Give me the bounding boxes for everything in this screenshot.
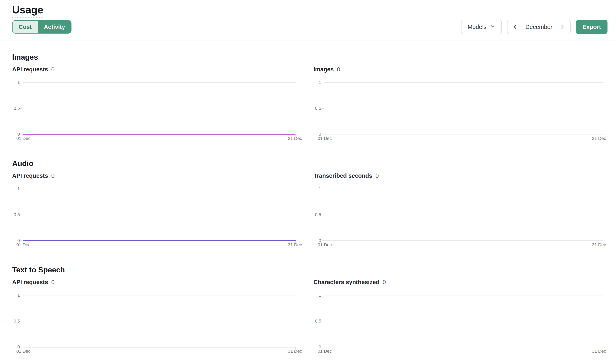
month-label: December <box>524 24 554 30</box>
header-controls: Models December Export <box>461 20 607 34</box>
y-tick <box>20 134 22 134</box>
chart-plot: 1 0.5 0 01 Dec 31 Dec <box>23 189 296 241</box>
export-button[interactable]: Export <box>576 20 607 34</box>
usage-section: Images API requests 0 1 0.5 0 01 Dec 31 … <box>12 53 616 134</box>
chart-metric-value: 0 <box>51 279 55 286</box>
gridline <box>23 189 296 189</box>
chart: Transcribed seconds 0 1 0.5 0 01 Dec 31 … <box>313 172 603 241</box>
chart-metric-label: Images <box>313 66 334 73</box>
chart-metric-value: 0 <box>383 279 386 286</box>
x-axis-label-start: 01 Dec <box>318 242 332 247</box>
y-tick <box>322 215 323 215</box>
chart: Images 0 1 0.5 0 01 Dec 31 Dec <box>313 66 603 134</box>
chart-metric-label: Characters synthesized <box>313 279 379 286</box>
chart: API requests 0 1 0.5 0 01 Dec 31 Dec <box>12 172 296 241</box>
x-axis-label-end: 31 Dec <box>288 242 302 247</box>
data-line <box>23 134 296 135</box>
month-navigator: December <box>507 20 571 34</box>
gridline <box>23 82 296 83</box>
chart: Characters synthesized 0 1 0.5 0 01 Dec … <box>313 279 603 347</box>
x-axis-label-end: 31 Dec <box>288 136 302 141</box>
chart-title: Transcribed seconds 0 <box>313 172 603 179</box>
chevron-left-icon[interactable] <box>512 24 518 30</box>
y-tick <box>322 134 323 134</box>
y-axis-label: 0.5 <box>12 318 20 324</box>
chart-metric-value: 0 <box>376 172 379 179</box>
chart-metric-label: API requests <box>12 279 48 286</box>
y-axis-label: 1 <box>313 293 321 298</box>
y-tick <box>20 215 22 215</box>
y-tick <box>322 240 323 241</box>
chart-title: API requests 0 <box>12 172 296 179</box>
y-axis-label: 1 <box>12 293 20 298</box>
models-dropdown-label: Models <box>468 24 487 30</box>
chart-plot: 1 0.5 0 01 Dec 31 Dec <box>324 295 603 347</box>
tab-activity[interactable]: Activity <box>38 21 71 33</box>
y-tick <box>20 108 22 109</box>
usage-section: Audio API requests 0 1 0.5 0 01 Dec 31 D… <box>12 159 616 241</box>
data-line <box>23 347 296 347</box>
y-axis-label: 1 <box>12 80 20 85</box>
chart-plot: 1 0.5 0 01 Dec 31 Dec <box>23 295 296 347</box>
x-axis-label-start: 01 Dec <box>318 136 332 141</box>
chart-metric-label: API requests <box>12 66 48 73</box>
usage-header: Usage Cost Activity Models December <box>0 0 616 40</box>
y-axis-label: 0.5 <box>12 212 20 217</box>
cost-activity-toggle: Cost Activity <box>12 20 71 34</box>
x-axis-label-start: 01 Dec <box>16 349 30 354</box>
charts-row: API requests 0 1 0.5 0 01 Dec 31 Dec Cha… <box>12 279 616 347</box>
chart: API requests 0 1 0.5 0 01 Dec 31 Dec <box>12 279 296 347</box>
gridline <box>23 295 296 296</box>
x-axis-label-end: 31 Dec <box>592 242 606 247</box>
chart-metric-value: 0 <box>51 66 55 73</box>
y-axis-label: 0.5 <box>313 212 321 217</box>
y-tick <box>20 240 22 241</box>
y-tick <box>322 347 323 347</box>
charts-row: API requests 0 1 0.5 0 01 Dec 31 Dec Tra… <box>12 172 616 241</box>
y-axis-label: 1 <box>313 186 321 192</box>
axis-baseline <box>324 240 603 241</box>
section-title: Audio <box>12 159 616 168</box>
y-tick <box>20 347 22 347</box>
axis-baseline <box>324 134 603 134</box>
section-title: Images <box>12 53 616 62</box>
gridline <box>324 189 603 189</box>
chart-plot: 1 0.5 0 01 Dec 31 Dec <box>324 189 603 241</box>
chart-title: Images 0 <box>313 66 603 73</box>
x-axis-label-end: 31 Dec <box>592 136 606 141</box>
chart-title: API requests 0 <box>12 279 296 286</box>
models-dropdown-button[interactable]: Models <box>461 20 502 34</box>
charts-row: API requests 0 1 0.5 0 01 Dec 31 Dec Ima… <box>12 66 616 134</box>
page-title: Usage <box>12 4 616 16</box>
y-axis-label: 1 <box>313 80 321 85</box>
tab-cost[interactable]: Cost <box>13 21 38 33</box>
chart: API requests 0 1 0.5 0 01 Dec 31 Dec <box>12 66 296 134</box>
sections: Images API requests 0 1 0.5 0 01 Dec 31 … <box>0 53 616 347</box>
page-left-divider <box>3 0 3 364</box>
chart-plot: 1 0.5 0 01 Dec 31 Dec <box>324 82 603 134</box>
axis-baseline <box>324 347 603 347</box>
chart-metric-value: 0 <box>51 172 55 179</box>
section-title: Text to Speech <box>12 266 616 274</box>
gridline <box>324 295 603 296</box>
usage-page: Usage Cost Activity Models December <box>0 0 616 364</box>
y-axis-label: 1 <box>12 186 20 192</box>
chart-metric-label: Transcribed seconds <box>313 172 372 179</box>
x-axis-label-start: 01 Dec <box>318 349 332 354</box>
x-axis-label-start: 01 Dec <box>16 242 30 247</box>
chevron-down-icon <box>490 24 495 30</box>
chart-plot: 1 0.5 0 01 Dec 31 Dec <box>23 82 296 134</box>
x-axis-label-end: 31 Dec <box>288 349 302 354</box>
chart-title: Characters synthesized 0 <box>313 279 603 286</box>
usage-section: Text to Speech API requests 0 1 0.5 0 01… <box>12 266 616 347</box>
x-axis-label-end: 31 Dec <box>592 349 606 354</box>
y-tick <box>20 321 22 321</box>
chart-metric-label: API requests <box>12 172 48 179</box>
page-title-text: Usage <box>12 4 43 18</box>
y-axis-label: 0.5 <box>313 318 321 324</box>
chevron-right-icon[interactable] <box>559 24 565 30</box>
y-tick <box>322 321 323 321</box>
y-axis-label: 0.5 <box>12 106 20 111</box>
chart-title: API requests 0 <box>12 66 296 73</box>
x-axis-label-start: 01 Dec <box>16 136 30 141</box>
